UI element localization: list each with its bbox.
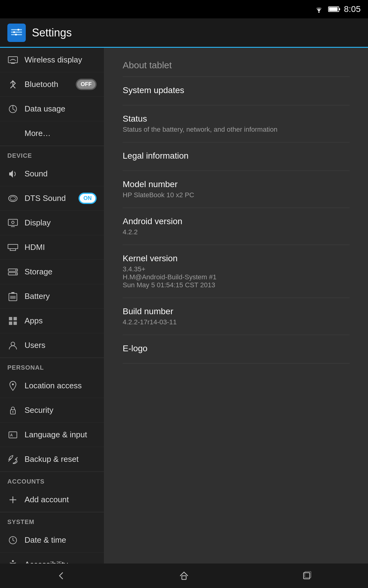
content-pane: About tablet System updates Status Statu… [104, 48, 368, 564]
bluetooth-icon [7, 79, 18, 90]
settings-app-icon [7, 24, 26, 42]
content-item-subtitle-android-version: 4.2.2 [123, 228, 350, 236]
sidebar-item-sound[interactable]: Sound [0, 162, 104, 186]
content-item-title-legal: Legal information [123, 151, 350, 161]
nav-bar [0, 564, 368, 588]
system-section-header: SYSTEM [0, 512, 104, 528]
sidebar-item-label-battery: Battery [25, 292, 97, 301]
sidebar-item-users[interactable]: Users [0, 333, 104, 358]
app-bar: Settings [0, 18, 368, 48]
content-item-e-logo[interactable]: E-logo [123, 335, 350, 364]
wifi-icon [313, 5, 324, 13]
sidebar-item-bluetooth[interactable]: Bluetooth OFF [0, 72, 104, 97]
sidebar-item-label-dts-sound: DTS Sound [25, 194, 72, 203]
content-item-status[interactable]: Status Status of the battery, network, a… [123, 105, 350, 142]
sidebar: Wireless display Bluetooth OFF Data usag… [0, 48, 104, 564]
content-item-model-number[interactable]: Model number HP SlateBook 10 x2 PC [123, 171, 350, 208]
status-icons: 8:05 [313, 4, 361, 14]
hdmi-icon [7, 242, 18, 253]
sidebar-item-label-apps: Apps [25, 316, 97, 326]
content-item-subtitle-model-number: HP SlateBook 10 x2 PC [123, 191, 350, 199]
sidebar-item-apps[interactable]: Apps [0, 309, 104, 333]
sidebar-item-label-date-time: Date & time [25, 535, 97, 545]
content-item-title-kernel-version: Kernel version [123, 254, 350, 263]
content-item-subtitle-status: Status of the battery, network, and othe… [123, 126, 350, 134]
svg-point-13 [9, 195, 17, 202]
sidebar-item-language[interactable]: A Language & input [0, 423, 104, 447]
svg-rect-25 [9, 317, 12, 320]
status-time: 8:05 [344, 4, 361, 14]
sidebar-item-hdmi[interactable]: HDMI [0, 235, 104, 260]
content-item-title-status: Status [123, 114, 350, 124]
svg-rect-17 [8, 244, 18, 249]
sidebar-item-data-usage[interactable]: Data usage [0, 97, 104, 121]
sidebar-item-add-account[interactable]: Add account [0, 488, 104, 512]
sidebar-item-label-hdmi: HDMI [25, 243, 97, 252]
apps-icon [7, 315, 18, 326]
sidebar-item-label-sound: Sound [25, 169, 97, 179]
content-item-kernel-version[interactable]: Kernel version 3.4.35+ H.M@Android-Build… [123, 245, 350, 298]
content-item-subtitle-build-number: 4.2.2-17r14-03-11 [123, 318, 350, 326]
content-item-build-number[interactable]: Build number 4.2.2-17r14-03-11 [123, 298, 350, 335]
sidebar-item-label-add-account: Add account [25, 495, 97, 504]
home-button[interactable] [172, 567, 196, 585]
backup-icon [7, 454, 18, 465]
svg-rect-27 [9, 322, 12, 325]
svg-point-16 [12, 221, 14, 224]
svg-rect-39 [182, 576, 186, 579]
add-account-icon [7, 494, 18, 505]
content-item-android-version[interactable]: Android version 4.2.2 [123, 208, 350, 245]
sidebar-item-label-users: Users [25, 341, 97, 350]
recents-button[interactable] [294, 567, 319, 585]
sidebar-item-location[interactable]: Location access [0, 374, 104, 398]
content-item-legal[interactable]: Legal information [123, 142, 350, 171]
more-icon [7, 128, 18, 139]
sidebar-item-label-language: Language & input [25, 430, 97, 439]
sidebar-item-dts-sound[interactable]: DTS Sound ON [0, 186, 104, 211]
content-item-system-updates[interactable]: System updates [123, 77, 350, 105]
sidebar-item-label-display: Display [25, 218, 97, 228]
back-button[interactable] [49, 567, 74, 585]
bluetooth-toggle-label: OFF [77, 80, 95, 89]
svg-rect-26 [13, 317, 17, 320]
sidebar-item-label-location: Location access [25, 381, 97, 390]
data-usage-icon [7, 104, 18, 115]
content-item-title-build-number: Build number [123, 307, 350, 316]
accounts-section-header: ACCOUNTS [0, 472, 104, 488]
personal-section-header: PERSONAL [0, 358, 104, 374]
svg-rect-7 [11, 32, 22, 33]
sidebar-item-more[interactable]: More… [0, 121, 104, 146]
clock-icon [7, 535, 18, 546]
sidebar-item-label-backup: Backup & reset [25, 454, 97, 464]
bluetooth-toggle[interactable]: OFF [76, 79, 97, 90]
recents-icon [301, 570, 312, 581]
svg-rect-2 [339, 8, 340, 10]
dts-toggle[interactable]: ON [79, 193, 97, 204]
battery-sidebar-icon [7, 291, 18, 302]
sidebar-item-date-time[interactable]: Date & time [0, 528, 104, 552]
content-title: About tablet [123, 60, 350, 70]
sidebar-item-accessibility[interactable]: Accessibility [0, 552, 104, 564]
sidebar-item-wireless-display[interactable]: Wireless display [0, 48, 104, 72]
content-item-title-system-updates: System updates [123, 85, 350, 95]
svg-point-20 [15, 270, 17, 271]
sidebar-item-label-accessibility: Accessibility [25, 560, 97, 564]
svg-point-9 [17, 29, 19, 31]
app-bar-title: Settings [32, 26, 72, 39]
content-item-title-e-logo: E-logo [123, 344, 350, 353]
status-bar: 8:05 [0, 0, 368, 18]
svg-point-14 [10, 197, 16, 200]
security-icon [7, 405, 18, 416]
sidebar-item-label-storage: Storage [25, 267, 97, 277]
svg-point-32 [12, 411, 13, 413]
sidebar-item-battery[interactable]: Battery [0, 284, 104, 309]
sidebar-item-label-wireless-display: Wireless display [25, 55, 97, 65]
sidebar-item-security[interactable]: Security [0, 398, 104, 423]
sidebar-item-display[interactable]: Display [0, 211, 104, 235]
sidebar-item-label-data-usage: Data usage [25, 104, 97, 114]
content-item-title-model-number: Model number [123, 179, 350, 189]
sidebar-item-storage[interactable]: Storage [0, 260, 104, 284]
svg-point-10 [15, 34, 17, 36]
sidebar-item-backup[interactable]: Backup & reset [0, 447, 104, 472]
svg-point-0 [318, 12, 320, 13]
